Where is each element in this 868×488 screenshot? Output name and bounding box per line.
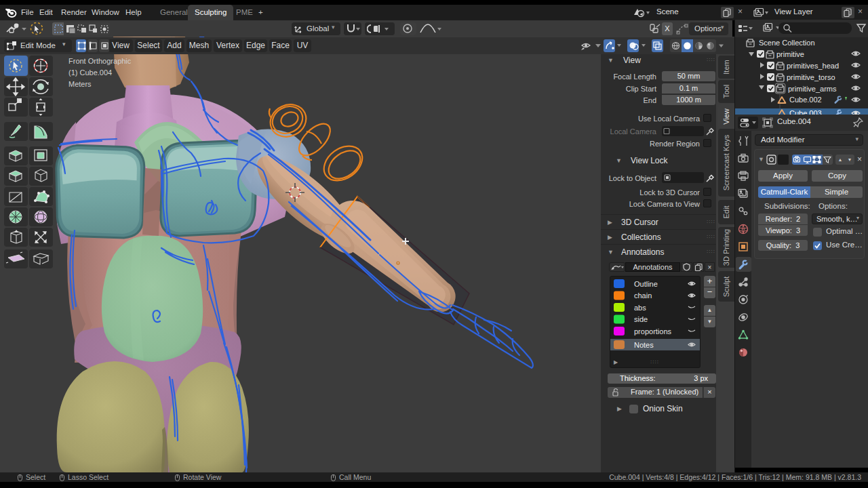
svg-text:Scene Collection: Scene Collection [759, 39, 815, 47]
svg-text:side: side [634, 315, 648, 323]
svg-text:proportions: proportions [634, 327, 672, 336]
svg-text:primitives_head: primitives_head [787, 62, 839, 70]
svg-text:Notes: Notes [634, 341, 654, 349]
svg-text:primitive: primitive [776, 50, 804, 58]
svg-text:chain: chain [634, 291, 652, 300]
svg-text:primitive_torso: primitive_torso [787, 73, 835, 81]
svg-text:Cube.002: Cube.002 [789, 96, 822, 104]
svg-text:Outline: Outline [634, 280, 658, 288]
svg-text:abs: abs [634, 304, 646, 312]
svg-text:primitive_arms: primitive_arms [788, 85, 837, 93]
